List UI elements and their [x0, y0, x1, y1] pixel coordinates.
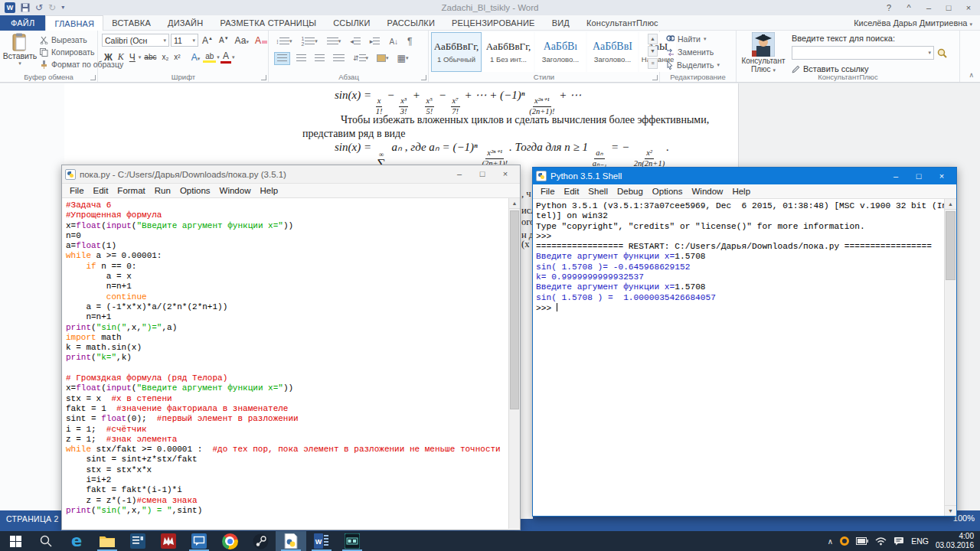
italic-button[interactable]: К [116, 51, 126, 63]
borders-button[interactable]: ▦▾ [395, 51, 411, 65]
shell-menu-window[interactable]: Window [687, 187, 727, 196]
help-button[interactable]: ? [879, 0, 899, 15]
editor-menu-window[interactable]: Window [215, 186, 256, 195]
taskbar-wolf-app[interactable] [153, 531, 184, 551]
strikethrough-button[interactable]: abc [142, 53, 158, 61]
shading-button[interactable]: ▾ [374, 53, 391, 64]
tab-разметка-страницы[interactable]: РАЗМЕТКА СТРАНИЦЫ [211, 15, 325, 31]
tab-рецензирование[interactable]: РЕЦЕНЗИРОВАНИЕ [443, 15, 544, 31]
tab-дизайн[interactable]: ДИЗАЙН [159, 15, 211, 31]
copy-button[interactable]: Копировать [40, 47, 95, 57]
decrease-indent-button[interactable]: ◂ [348, 36, 363, 47]
paragraph-dialog-launcher[interactable] [421, 75, 426, 80]
find-button[interactable]: Найти▾ [666, 34, 706, 44]
select-button[interactable]: Выделить▾ [666, 60, 720, 70]
align-right-button[interactable] [312, 53, 327, 64]
battery-icon[interactable] [856, 537, 868, 545]
shell-menu-file[interactable]: File [536, 187, 560, 196]
editor-minimize-button[interactable]: – [448, 165, 471, 183]
replace-button[interactable]: Заменить [666, 47, 714, 57]
consultant-plus-button[interactable]: Консультант Плюс ▾ [741, 32, 786, 73]
shell-menu-options[interactable]: Options [648, 187, 688, 196]
styles-scroll-down-icon[interactable]: ▼ [648, 46, 658, 57]
editor-menu-edit[interactable]: Edit [89, 186, 113, 195]
underline-dropdown-icon[interactable]: ▾ [139, 54, 142, 60]
tab-консультантплюс[interactable]: КонсультантПлюс [578, 15, 667, 31]
subscript-button[interactable]: x₂ [159, 53, 171, 61]
superscript-button[interactable]: x² [172, 53, 182, 61]
customize-qat-icon[interactable]: ▾ [61, 2, 64, 13]
line-spacing-button[interactable]: ⇵▾ [351, 53, 371, 64]
styles-scrollbar[interactable]: ▲ ▼ ≡ [648, 34, 658, 69]
editor-maximize-button[interactable]: □ [471, 165, 494, 183]
tab-файл[interactable]: ФАЙЛ [0, 15, 45, 31]
tab-вставка[interactable]: ВСТАВКА [103, 15, 159, 31]
shell-minimize-button[interactable]: – [884, 168, 907, 184]
taskbar-chat-app[interactable] [184, 531, 214, 551]
text-effects-button[interactable]: А▾ [189, 52, 203, 63]
language-indicator[interactable]: ENG [911, 536, 929, 546]
editor-menu-run[interactable]: Run [150, 186, 175, 195]
shell-maximize-button[interactable]: □ [907, 168, 930, 184]
consultant-search-icon[interactable] [937, 48, 947, 58]
styles-dialog-launcher[interactable] [652, 75, 658, 80]
shell-close-button[interactable]: × [930, 168, 953, 184]
underline-button[interactable]: Ч [127, 52, 138, 63]
change-case-button[interactable]: Аа▾ [233, 35, 251, 46]
font-dialog-launcher[interactable] [261, 75, 266, 80]
paste-button[interactable]: Вставить ▾ [3, 33, 37, 67]
justify-button[interactable] [331, 53, 347, 64]
shell-menu-shell[interactable]: Shell [583, 187, 612, 196]
python-shell-window[interactable]: Python 3.5.1 Shell – □ × FileEditShellDe… [532, 167, 957, 517]
font-size-combo[interactable]: 11▾ [171, 34, 198, 47]
redo-icon[interactable]: ↻ [48, 2, 56, 13]
tab-ссылки[interactable]: ССЫЛКИ [325, 15, 378, 31]
font-family-combo[interactable]: Calibri (Осн▾ [102, 34, 169, 47]
editor-scrollbar[interactable]: ▲ [508, 198, 520, 529]
grow-font-button[interactable]: А▲ [200, 35, 215, 46]
editor-body[interactable]: #Задача 6#Упрощенная формулаx=float(inpu… [62, 198, 520, 529]
editor-menu-help[interactable]: Help [255, 186, 283, 195]
style-заголово-[interactable]: АаБбВıЗаголово... [535, 32, 586, 72]
shell-scroll-thumb[interactable] [946, 211, 956, 280]
minimize-button[interactable]: – [919, 0, 939, 15]
editor-titlebar[interactable]: пока.py - C:/Users/Дарья/Downloads/пока.… [62, 165, 520, 184]
undo-icon[interactable]: ↺ [35, 2, 43, 13]
font-color-dropdown-icon[interactable]: ▾ [232, 54, 235, 60]
tray-orange-app-icon[interactable] [840, 536, 849, 546]
start-button[interactable] [0, 531, 31, 551]
shrink-font-button[interactable]: А▼ [217, 36, 231, 44]
numbered-list-button[interactable]: 12▾ [299, 34, 319, 48]
editor-scroll-thumb[interactable] [510, 210, 519, 409]
highlight-dropdown-icon[interactable]: ▾ [217, 54, 220, 60]
shell-titlebar[interactable]: Python 3.5.1 Shell – □ × [533, 168, 956, 184]
taskbar-search-button[interactable] [31, 531, 61, 551]
align-left-button[interactable] [274, 52, 290, 65]
paragraph-marks-button[interactable]: ¶ [405, 34, 414, 48]
shell-menu-debug[interactable]: Debug [612, 187, 648, 196]
taskbar-chrome[interactable] [214, 531, 245, 551]
shell-menu-edit[interactable]: Edit [560, 187, 584, 196]
account-name[interactable]: Киселёва Дарья Дмитриевна ▾ [854, 15, 972, 32]
highlight-button[interactable]: ab [203, 52, 216, 63]
tab-главная[interactable]: ГЛАВНАЯ [45, 15, 103, 31]
collapse-ribbon-button[interactable]: ∧ [969, 71, 974, 79]
cut-button[interactable]: Вырезать [40, 35, 87, 44]
taskbar-idle[interactable] [276, 531, 306, 551]
taskbar-media-app[interactable] [337, 531, 368, 551]
bullet-list-button[interactable]: ⁝▾ [274, 36, 294, 47]
style-1-без-инт-[interactable]: АаБбВвГг,1 Без инт... [483, 32, 534, 72]
shell-scrollbar[interactable]: ▲ ▼ [944, 199, 956, 516]
multilevel-list-button[interactable]: ▾ [325, 36, 344, 47]
shell-menu-help[interactable]: Help [727, 187, 755, 196]
editor-menu-format[interactable]: Format [113, 186, 149, 195]
consultant-search-input[interactable]: ▾ [792, 46, 934, 60]
close-button[interactable]: × [959, 0, 978, 15]
clear-formatting-button[interactable]: А [253, 35, 270, 46]
clipboard-dialog-launcher[interactable] [90, 75, 96, 80]
styles-more-icon[interactable]: ≡ [648, 58, 658, 69]
tab-рассылки[interactable]: РАССЫЛКИ [379, 15, 443, 31]
taskbar-steam[interactable] [245, 531, 276, 551]
editor-scroll-up-icon[interactable]: ▲ [509, 198, 520, 209]
tab-вид[interactable]: ВИД [544, 15, 578, 31]
